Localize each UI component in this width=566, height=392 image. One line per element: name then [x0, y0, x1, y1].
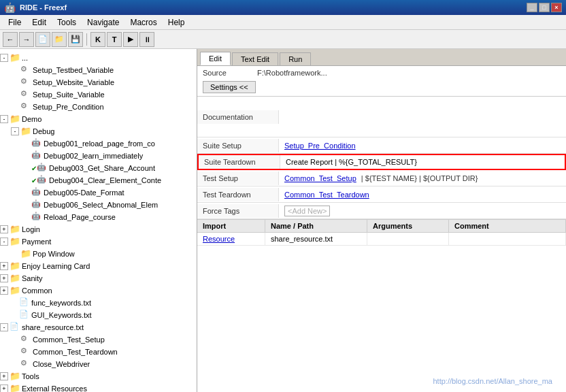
tree-item-gui[interactable]: 📄 GUI_Keywords.txt	[0, 309, 197, 321]
tree-item-setup-pre[interactable]: ⚙ Setup_Pre_Condition	[0, 101, 197, 113]
new-button[interactable]: 📄	[35, 32, 50, 47]
tree-item-pop-window[interactable]: 📁 Pop Window	[0, 248, 197, 260]
source-label: Source	[203, 69, 257, 77]
title-bar: 🤖 RIDE - Freexf _ □ ×	[0, 0, 566, 15]
gear-icon-3: ⚙	[20, 89, 31, 100]
import-comment-1[interactable]	[449, 233, 566, 245]
menu-file[interactable]: File	[3, 16, 27, 29]
import-args-1[interactable]	[367, 233, 449, 245]
maximize-button[interactable]: □	[539, 3, 550, 12]
tree-item-setup-testbed[interactable]: ⚙ Setup_Testbed_Variable	[0, 64, 197, 76]
tree-item-common-teardown[interactable]: ⚙ Common_Test_Teardown	[0, 346, 197, 358]
menu-help[interactable]: Help	[163, 16, 190, 29]
tree-item-close-webdriver[interactable]: ⚙ Close_Webdriver	[0, 358, 197, 370]
import-col-comment: Comment	[449, 220, 566, 232]
tree-item-debug002[interactable]: 🤖 Debug002_learn_immediately	[0, 150, 197, 162]
pause-button[interactable]: ⏸	[139, 32, 154, 47]
menu-navigate[interactable]: Navigate	[82, 16, 124, 29]
expand-demo[interactable]: -	[0, 115, 8, 123]
save-button[interactable]: 💾	[68, 32, 83, 47]
expand-common[interactable]: +	[0, 287, 8, 295]
tree-item-tools[interactable]: + 📁 Tools	[0, 370, 197, 382]
expand-root[interactable]: -	[0, 54, 8, 62]
force-tags-value[interactable]: <Add New>	[279, 204, 566, 218]
expand-login[interactable]: +	[0, 225, 8, 233]
tree-item-login[interactable]: + 📁 Login	[0, 223, 197, 235]
test-teardown-row: Test Teardown Common_Test_Teardown	[197, 186, 566, 203]
expand-external[interactable]: +	[0, 385, 8, 392]
tree-item-common[interactable]: + 📁 Common	[0, 284, 197, 297]
tab-bar: Edit Text Edit Run	[197, 49, 566, 66]
suite-teardown-value[interactable]: Create Report | %{G_TOTAL_RESULT}	[280, 155, 565, 169]
search-button[interactable]: K	[90, 32, 105, 47]
left-panel[interactable]: - 📁 ... ⚙ Setup_Testbed_Variable ⚙ Setup…	[0, 49, 197, 392]
tab-text-edit[interactable]: Text Edit	[232, 52, 278, 65]
forward-button[interactable]: →	[19, 32, 34, 47]
open-button[interactable]: 📁	[52, 32, 67, 47]
folder-icon-debug: 📁	[20, 126, 31, 137]
run-button[interactable]: T	[107, 32, 122, 47]
main-content: - 📁 ... ⚙ Setup_Testbed_Variable ⚙ Setup…	[0, 49, 566, 392]
source-row: Source F:\Robotframework...	[203, 69, 561, 77]
close-button[interactable]: ×	[551, 3, 562, 12]
tree-item-setup-suite[interactable]: ⚙ Setup_Suite_Variable	[0, 88, 197, 101]
import-type-1[interactable]: Resource	[197, 233, 265, 245]
folder-icon-external: 📁	[10, 383, 20, 392]
tab-edit[interactable]: Edit	[200, 52, 231, 65]
robot-icon-4: 🤖	[37, 175, 48, 186]
suite-setup-row: Suite Setup Setup_Pre_Condition	[197, 137, 566, 154]
tree-item-debug004[interactable]: ✔ 🤖 Debug004_Clear_Element_Conte	[0, 174, 197, 186]
tree-item-sanity[interactable]: + 📁 Sanity	[0, 272, 197, 284]
play-button[interactable]: ▶	[123, 32, 138, 47]
tree-item-external[interactable]: + 📁 External Resources	[0, 382, 197, 392]
test-setup-value[interactable]: Common_Test_Setup | ${TEST NAME} | ${OUT…	[279, 172, 566, 185]
menu-tools[interactable]: Tools	[52, 16, 82, 29]
tree-item-debug003[interactable]: ✔ 🤖 Debug003_Get_Share_Account	[0, 162, 197, 174]
test-setup-label: Test Setup	[197, 172, 279, 185]
tree-item-payment[interactable]: - 📁 Payment	[0, 235, 197, 248]
import-name-1[interactable]: share_resource.txt	[265, 233, 367, 245]
tree-item-demo[interactable]: - 📁 Demo	[0, 113, 197, 125]
expand-sanity[interactable]: +	[0, 274, 8, 282]
expand-debug[interactable]: -	[11, 127, 19, 135]
test-teardown-link[interactable]: Common_Test_Teardown	[284, 191, 369, 199]
tree-item-debug[interactable]: - 📁 Debug	[0, 125, 197, 137]
tree-label-reload: Reload_Page_course	[44, 213, 116, 221]
tree-item-common-setup[interactable]: ⚙ Common_Test_Setup	[0, 333, 197, 346]
tree-label-close-webdriver: Close_Webdriver	[33, 360, 90, 368]
suite-setup-value[interactable]: Setup_Pre_Condition	[279, 139, 566, 152]
import-type-link[interactable]: Resource	[203, 235, 235, 243]
test-setup-link[interactable]: Common_Test_Setup	[284, 174, 356, 182]
tree-label-external: External Resources	[22, 385, 87, 392]
folder-icon-demo: 📁	[10, 114, 20, 125]
tree-item-debug001[interactable]: 🤖 Debug001_reload_page_from_co	[0, 137, 197, 150]
tree-label-common-setup: Common_Test_Setup	[33, 336, 105, 344]
tree-item-share-resource[interactable]: - 📄 share_resource.txt	[0, 321, 197, 333]
window-controls: _ □ ×	[527, 3, 562, 12]
tree-item-debug005[interactable]: 🤖 Debug005-Date_Format	[0, 186, 197, 199]
import-section: Import Name / Path Arguments Comment Res…	[197, 219, 566, 246]
tree-item-enjoy[interactable]: + 📁 Enjoy Learning Card	[0, 260, 197, 272]
menu-macros[interactable]: Macros	[124, 16, 162, 29]
tree-item-setup-website[interactable]: ⚙ Setup_Website_Variable	[0, 76, 197, 88]
file-icon-func: 📄	[19, 297, 30, 308]
tree-item-reload[interactable]: 🤖 Reload_Page_course	[0, 211, 197, 223]
documentation-value[interactable]	[279, 98, 566, 135]
expand-payment[interactable]: -	[0, 238, 8, 246]
expand-share[interactable]: -	[0, 323, 8, 331]
suite-setup-link[interactable]: Setup_Pre_Condition	[284, 142, 356, 150]
test-teardown-value[interactable]: Common_Test_Teardown	[279, 188, 566, 201]
expand-tools[interactable]: +	[0, 372, 8, 380]
tree-item-func[interactable]: 📄 func_keywords.txt	[0, 297, 197, 309]
expand-enjoy[interactable]: +	[0, 262, 8, 270]
tree-item-debug006[interactable]: 🤖 Debug006_Select_Abnomal_Elem	[0, 199, 197, 211]
settings-button[interactable]: Settings <<	[203, 81, 256, 93]
menu-edit[interactable]: Edit	[27, 16, 52, 29]
tree-label-setup-suite: Setup_Suite_Variable	[33, 91, 105, 99]
minimize-button[interactable]: _	[527, 3, 537, 12]
force-tags-input[interactable]: <Add New>	[284, 206, 330, 216]
app-icon: 🤖	[4, 2, 16, 13]
back-button[interactable]: ←	[3, 32, 18, 47]
tab-run[interactable]: Run	[280, 52, 311, 65]
tree-item-root[interactable]: - 📁 ...	[0, 52, 197, 64]
